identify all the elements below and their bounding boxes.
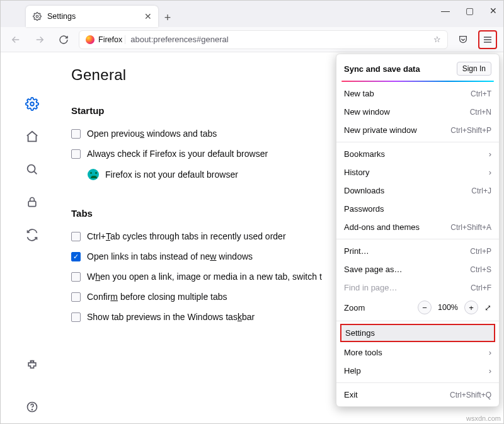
svg-rect-3 bbox=[28, 201, 36, 206]
menu-new-tab[interactable]: New tab Ctrl+T bbox=[336, 84, 499, 103]
browser-toolbar: Firefox about:preferences#general ☆ bbox=[1, 27, 503, 52]
menu-item-label: More tools bbox=[344, 348, 382, 357]
status-text: Firefox is not your default browser bbox=[105, 169, 238, 180]
menu-print[interactable]: Print… Ctrl+P bbox=[336, 242, 499, 260]
checkbox-label: Ctrl+Tab cycles through tabs in recently… bbox=[87, 231, 286, 241]
category-nav bbox=[1, 52, 64, 423]
menu-more-tools[interactable]: More tools › bbox=[336, 343, 499, 362]
maximize-button[interactable]: ▢ bbox=[464, 6, 474, 16]
menu-item-label: New tab bbox=[344, 89, 374, 98]
svg-point-4 bbox=[31, 361, 33, 363]
minimize-button[interactable]: — bbox=[440, 6, 450, 16]
menu-help[interactable]: Help › bbox=[336, 362, 499, 380]
app-menu: Sync and save data Sign In New tab Ctrl+… bbox=[336, 54, 500, 407]
menu-item-label: Add-ons and themes bbox=[344, 222, 420, 232]
menu-bookmarks[interactable]: Bookmarks › bbox=[336, 145, 499, 163]
watermark: wsxdn.com bbox=[466, 415, 501, 422]
fullscreen-icon[interactable]: ⤢ bbox=[484, 303, 491, 312]
menu-item-shortcut: Ctrl+P bbox=[470, 247, 491, 256]
menu-item-label: Bookmarks bbox=[344, 149, 385, 159]
firefox-logo-icon bbox=[86, 35, 94, 44]
menu-item-label: Find in page… bbox=[344, 283, 398, 292]
identity-box[interactable]: Firefox bbox=[86, 35, 125, 44]
menu-separator bbox=[336, 142, 499, 142]
url-bar[interactable]: Firefox about:preferences#general ☆ bbox=[79, 30, 448, 49]
sync-title: Sync and save data bbox=[344, 64, 420, 74]
svg-point-1 bbox=[30, 102, 34, 106]
checkbox-icon bbox=[71, 129, 81, 139]
menu-new-window[interactable]: New window Ctrl+N bbox=[336, 103, 499, 121]
menu-item-label: Help bbox=[344, 366, 361, 375]
checkbox-icon bbox=[71, 252, 81, 261]
back-button[interactable] bbox=[7, 31, 25, 49]
menu-item-label: Save page as… bbox=[344, 265, 403, 274]
menu-find-in-page[interactable]: Find in page… Ctrl+F bbox=[336, 278, 499, 297]
gear-icon bbox=[32, 11, 42, 21]
gradient-divider bbox=[341, 81, 494, 82]
zoom-out-button[interactable]: − bbox=[418, 301, 432, 314]
menu-item-label: Settings bbox=[345, 328, 375, 338]
identity-label: Firefox bbox=[98, 35, 122, 44]
menu-item-shortcut: Ctrl+S bbox=[470, 265, 491, 274]
chevron-right-icon: › bbox=[489, 149, 491, 159]
checkbox-label: Open previous windows and tabs bbox=[87, 129, 217, 139]
window-controls: — ▢ ✕ bbox=[440, 6, 498, 16]
browser-tab[interactable]: Settings ✕ bbox=[26, 6, 158, 27]
chevron-right-icon: › bbox=[489, 348, 491, 357]
titlebar: Settings ✕ + — ▢ ✕ bbox=[1, 1, 503, 27]
menu-passwords[interactable]: Passwords bbox=[336, 200, 499, 218]
checkbox-icon bbox=[71, 292, 81, 302]
menu-item-shortcut: Ctrl+T bbox=[471, 89, 491, 98]
tab-title: Settings bbox=[47, 12, 139, 21]
menu-settings[interactable]: Settings bbox=[340, 324, 495, 342]
pocket-button[interactable] bbox=[454, 31, 472, 49]
menu-item-shortcut: Ctrl+F bbox=[471, 284, 491, 292]
reload-button[interactable] bbox=[55, 31, 72, 49]
menu-item-label: New window bbox=[344, 107, 390, 117]
menu-zoom-row: Zoom − 100% + ⤢ bbox=[336, 297, 499, 318]
svg-point-0 bbox=[36, 15, 38, 18]
category-sync-icon[interactable] bbox=[25, 227, 40, 243]
menu-separator bbox=[336, 321, 499, 321]
category-general-icon[interactable] bbox=[25, 96, 40, 112]
close-window-button[interactable]: ✕ bbox=[488, 6, 498, 16]
checkbox-label: Open links in tabs instead of new window… bbox=[87, 251, 253, 261]
checkbox-label: Show tab previews in the Windows taskbar bbox=[87, 312, 255, 322]
extensions-icon[interactable] bbox=[25, 358, 40, 373]
sign-in-button[interactable]: Sign In bbox=[457, 62, 491, 76]
menu-item-shortcut: Ctrl+Shift+P bbox=[450, 126, 491, 135]
menu-item-shortcut: Ctrl+N bbox=[470, 108, 491, 117]
menu-separator bbox=[336, 382, 499, 383]
category-search-icon[interactable] bbox=[25, 162, 40, 177]
category-home-icon[interactable] bbox=[25, 129, 40, 144]
menu-item-label: Downloads bbox=[344, 186, 384, 195]
chevron-right-icon: › bbox=[489, 366, 491, 375]
menu-new-private-window[interactable]: New private window Ctrl+Shift+P bbox=[336, 121, 499, 139]
checkbox-icon bbox=[71, 272, 81, 282]
zoom-in-button[interactable]: + bbox=[464, 301, 478, 314]
checkbox-label: Confirm before closing multiple tabs bbox=[87, 292, 227, 302]
support-icon[interactable] bbox=[25, 399, 40, 415]
url-text: about:preferences#general bbox=[130, 35, 428, 44]
new-tab-button[interactable]: + bbox=[158, 8, 177, 27]
menu-separator bbox=[336, 239, 499, 239]
svg-point-2 bbox=[28, 165, 35, 173]
sync-row: Sync and save data Sign In bbox=[336, 58, 499, 81]
category-privacy-icon[interactable] bbox=[25, 195, 40, 210]
bookmark-star-icon[interactable]: ☆ bbox=[433, 35, 441, 44]
menu-save-page[interactable]: Save page as… Ctrl+S bbox=[336, 260, 499, 278]
menu-history[interactable]: History › bbox=[336, 163, 499, 181]
checkbox-label: When you open a link, image or media in … bbox=[87, 272, 322, 282]
menu-item-label: Passwords bbox=[344, 204, 384, 214]
menu-exit[interactable]: Exit Ctrl+Shift+Q bbox=[336, 386, 499, 404]
checkbox-label: Always check if Firefox is your default … bbox=[87, 149, 268, 159]
forward-button[interactable] bbox=[31, 31, 49, 49]
checkbox-icon bbox=[71, 232, 81, 241]
checkbox-icon bbox=[71, 149, 81, 159]
app-menu-button[interactable] bbox=[478, 30, 497, 49]
menu-addons[interactable]: Add-ons and themes Ctrl+Shift+A bbox=[336, 218, 499, 236]
menu-downloads[interactable]: Downloads Ctrl+J bbox=[336, 181, 499, 200]
menu-item-label: New private window bbox=[344, 125, 417, 135]
close-tab-icon[interactable]: ✕ bbox=[144, 11, 152, 21]
chevron-right-icon: › bbox=[489, 168, 491, 177]
